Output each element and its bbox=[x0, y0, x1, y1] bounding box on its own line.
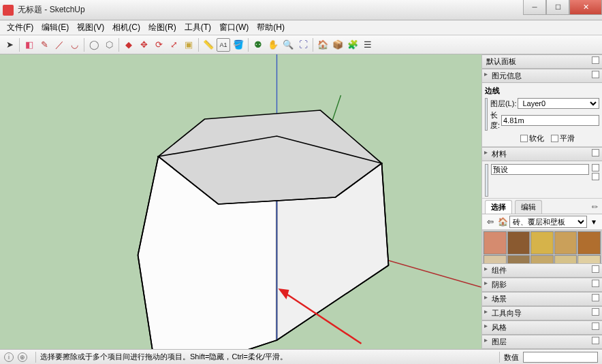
move-icon[interactable]: ✥ bbox=[137, 38, 150, 52]
materials-toolbar: ⇦ 🏠 砖、覆层和壁板 ▾ bbox=[482, 214, 602, 230]
entity-info-label: 图元信息 bbox=[492, 71, 522, 80]
menu-window[interactable]: 窗口(W) bbox=[215, 20, 253, 35]
zoom-extents-icon[interactable]: ⛶ bbox=[296, 38, 310, 52]
component-icon[interactable]: 📦 bbox=[331, 38, 345, 52]
panel-scenes[interactable]: 场景 bbox=[482, 292, 602, 306]
layers-icon[interactable]: ☰ bbox=[361, 38, 375, 52]
arc-icon[interactable]: ◡ bbox=[67, 38, 81, 52]
length-label: 长度: bbox=[490, 110, 500, 131]
home-icon[interactable]: 🏠 bbox=[497, 216, 508, 227]
tray-pin-icon[interactable] bbox=[592, 56, 599, 64]
material-swatch[interactable] bbox=[484, 231, 507, 254]
length-field[interactable] bbox=[501, 115, 599, 126]
status-geo-icon[interactable]: ⊕ bbox=[18, 352, 27, 362]
materials-pin-icon[interactable] bbox=[592, 149, 599, 156]
panel-styles[interactable]: 风格 bbox=[482, 320, 602, 335]
polygon-icon[interactable]: ⬡ bbox=[102, 38, 116, 52]
tapemeasure-icon[interactable]: 📏 bbox=[202, 38, 215, 52]
material-default-icon[interactable] bbox=[592, 173, 599, 180]
pin-icon[interactable] bbox=[592, 280, 599, 287]
tab-edit[interactable]: 编辑 bbox=[515, 200, 542, 214]
toolbar-divider bbox=[19, 38, 20, 52]
material-swatch[interactable] bbox=[530, 231, 554, 254]
back-icon[interactable]: ⇦ bbox=[485, 216, 496, 227]
menu-draw[interactable]: 绘图(R) bbox=[144, 20, 180, 35]
panel-layers[interactable]: 图层 bbox=[482, 335, 602, 349]
pushpull-icon[interactable]: ◆ bbox=[122, 38, 136, 52]
panel-components[interactable]: 组件 bbox=[482, 263, 602, 278]
pin-icon[interactable] bbox=[592, 308, 599, 316]
text-icon[interactable]: A1 bbox=[217, 38, 230, 52]
warehouse-icon[interactable]: 🏠 bbox=[316, 38, 330, 52]
material-create-icon[interactable] bbox=[592, 164, 599, 171]
menu-file[interactable]: 文件(F) bbox=[3, 20, 37, 35]
paintbucket-icon[interactable]: 🪣 bbox=[232, 38, 245, 52]
vcb-input[interactable] bbox=[523, 352, 598, 363]
default-tray-label: 默认面板 bbox=[486, 57, 516, 65]
panel-shadows[interactable]: 阴影 bbox=[482, 278, 602, 292]
eraser-icon[interactable]: ◧ bbox=[22, 38, 36, 52]
entity-info-header[interactable]: 图元信息 bbox=[482, 69, 602, 83]
material-swatch[interactable] bbox=[577, 255, 601, 263]
soft-checkbox[interactable]: 软化 bbox=[520, 133, 544, 144]
line-icon[interactable]: ／ bbox=[52, 38, 66, 52]
materials-header[interactable]: 材料 bbox=[482, 147, 602, 161]
panel-instructor[interactable]: 工具向导 bbox=[482, 306, 602, 320]
viewport[interactable] bbox=[0, 54, 482, 349]
smooth-checkbox[interactable]: 平滑 bbox=[551, 133, 575, 144]
scale-icon[interactable]: ⤢ bbox=[167, 38, 180, 52]
circle-icon[interactable]: ◯ bbox=[87, 38, 101, 52]
status-hint: 选择要擦除或于多个项目间进行拖动的项目。Shift=隐藏，Ctrl=柔化/平滑。 bbox=[40, 352, 287, 362]
pin-icon[interactable] bbox=[592, 265, 599, 273]
eyedropper-icon[interactable]: ✏ bbox=[590, 202, 599, 212]
status-divider bbox=[35, 352, 36, 363]
layer-select[interactable]: Layer0 bbox=[518, 98, 599, 109]
menu-tools[interactable]: 工具(T) bbox=[180, 20, 215, 35]
material-swatch[interactable] bbox=[554, 255, 577, 263]
materials-body bbox=[482, 161, 602, 199]
materials-label: 材料 bbox=[492, 150, 507, 158]
menu-view[interactable]: 视图(V) bbox=[73, 20, 108, 35]
material-swatch[interactable] bbox=[530, 255, 554, 263]
material-swatch[interactable] bbox=[554, 231, 577, 254]
zoom-icon[interactable]: 🔍 bbox=[281, 38, 295, 52]
entity-pin-icon[interactable] bbox=[592, 71, 599, 78]
pencil-icon[interactable]: ✎ bbox=[37, 38, 51, 52]
material-thumbnail[interactable] bbox=[485, 164, 488, 197]
material-swatch[interactable] bbox=[577, 231, 601, 254]
toolbar-divider bbox=[313, 38, 313, 52]
toolbar: ➤ ◧ ✎ ／ ◡ ◯ ⬡ ◆ ✥ ⟳ ⤢ ▣ 📏 A1 🪣 ⚉ ✋ 🔍 ⛶ 🏠… bbox=[0, 35, 602, 54]
minimize-button[interactable] bbox=[523, 0, 546, 15]
orbit-icon[interactable]: ⚉ bbox=[251, 38, 265, 52]
menu-camera[interactable]: 相机(C) bbox=[108, 20, 144, 35]
right-panel: 默认面板 图元信息 边线 图层(L): Layer0 bbox=[482, 54, 602, 349]
pin-icon[interactable] bbox=[592, 322, 599, 330]
pin-icon[interactable] bbox=[592, 294, 599, 301]
material-swatch[interactable] bbox=[507, 255, 530, 263]
toolbar-divider bbox=[84, 38, 84, 52]
rotate-icon[interactable]: ⟳ bbox=[152, 38, 165, 52]
menu-edit[interactable]: 编辑(E) bbox=[37, 20, 73, 35]
extension-icon[interactable]: 🧩 bbox=[346, 38, 360, 52]
material-swatch[interactable] bbox=[507, 231, 530, 254]
select-arrow-icon[interactable]: ➤ bbox=[3, 38, 16, 52]
pin-icon[interactable] bbox=[592, 337, 599, 344]
titlebar: 无标题 - SketchUp bbox=[0, 0, 602, 20]
details-icon[interactable]: ▾ bbox=[588, 216, 599, 227]
maximize-button[interactable] bbox=[546, 0, 569, 15]
vcb: 数值 bbox=[499, 352, 598, 363]
pan-icon[interactable]: ✋ bbox=[266, 38, 280, 52]
toolbar-divider bbox=[198, 38, 199, 52]
menu-help[interactable]: 帮助(H) bbox=[253, 20, 289, 35]
offset-icon[interactable]: ▣ bbox=[182, 38, 195, 52]
material-category-select[interactable]: 砖、覆层和壁板 bbox=[509, 216, 587, 228]
tab-select[interactable]: 选择 bbox=[485, 200, 512, 214]
close-button[interactable] bbox=[569, 0, 602, 15]
status-info-icon[interactable]: i bbox=[4, 352, 14, 362]
toolbar-divider bbox=[248, 38, 249, 52]
default-tray-header[interactable]: 默认面板 bbox=[482, 54, 602, 69]
material-swatch[interactable] bbox=[484, 255, 507, 263]
main-row: 默认面板 图元信息 边线 图层(L): Layer0 bbox=[0, 54, 602, 349]
material-name-field[interactable] bbox=[491, 164, 589, 175]
model-canvas[interactable] bbox=[0, 54, 481, 349]
